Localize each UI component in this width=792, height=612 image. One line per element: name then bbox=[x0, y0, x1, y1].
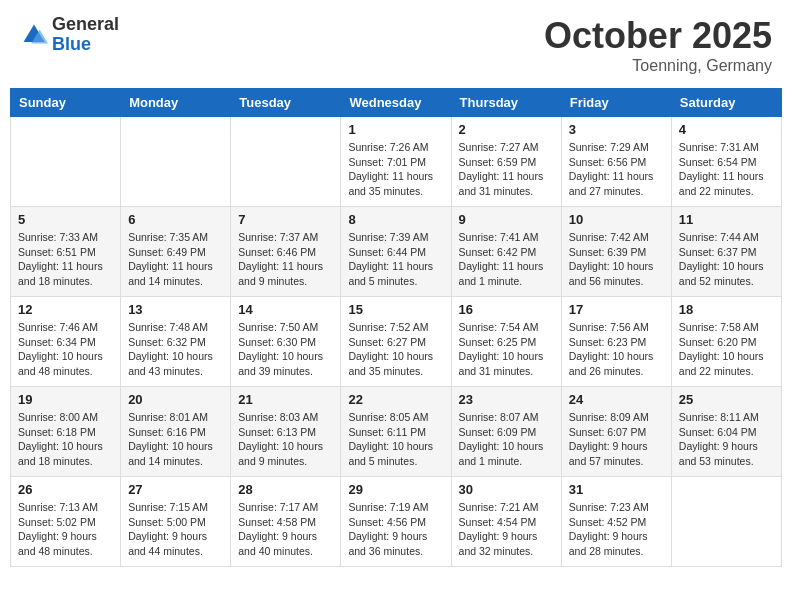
day-number: 30 bbox=[459, 482, 554, 497]
day-number: 3 bbox=[569, 122, 664, 137]
day-info: Sunrise: 7:35 AMSunset: 6:49 PMDaylight:… bbox=[128, 230, 223, 289]
calendar-cell: 10Sunrise: 7:42 AMSunset: 6:39 PMDayligh… bbox=[561, 207, 671, 297]
day-number: 18 bbox=[679, 302, 774, 317]
title-block: October 2025 Toenning, Germany bbox=[544, 15, 772, 75]
day-info: Sunrise: 7:23 AMSunset: 4:52 PMDaylight:… bbox=[569, 500, 664, 559]
calendar-cell: 5Sunrise: 7:33 AMSunset: 6:51 PMDaylight… bbox=[11, 207, 121, 297]
day-number: 24 bbox=[569, 392, 664, 407]
calendar-week-row: 19Sunrise: 8:00 AMSunset: 6:18 PMDayligh… bbox=[11, 387, 782, 477]
page-header: General Blue October 2025 Toenning, Germ… bbox=[10, 10, 782, 80]
day-info: Sunrise: 7:41 AMSunset: 6:42 PMDaylight:… bbox=[459, 230, 554, 289]
weekday-header: Thursday bbox=[451, 89, 561, 117]
weekday-header: Wednesday bbox=[341, 89, 451, 117]
calendar-cell: 1Sunrise: 7:26 AMSunset: 7:01 PMDaylight… bbox=[341, 117, 451, 207]
day-info: Sunrise: 7:56 AMSunset: 6:23 PMDaylight:… bbox=[569, 320, 664, 379]
day-info: Sunrise: 7:21 AMSunset: 4:54 PMDaylight:… bbox=[459, 500, 554, 559]
calendar-cell: 8Sunrise: 7:39 AMSunset: 6:44 PMDaylight… bbox=[341, 207, 451, 297]
day-info: Sunrise: 7:19 AMSunset: 4:56 PMDaylight:… bbox=[348, 500, 443, 559]
logo-text: General Blue bbox=[52, 15, 119, 55]
day-number: 11 bbox=[679, 212, 774, 227]
month-title: October 2025 bbox=[544, 15, 772, 57]
calendar-cell bbox=[671, 477, 781, 567]
day-number: 31 bbox=[569, 482, 664, 497]
calendar-cell: 11Sunrise: 7:44 AMSunset: 6:37 PMDayligh… bbox=[671, 207, 781, 297]
day-info: Sunrise: 7:52 AMSunset: 6:27 PMDaylight:… bbox=[348, 320, 443, 379]
calendar-cell: 31Sunrise: 7:23 AMSunset: 4:52 PMDayligh… bbox=[561, 477, 671, 567]
day-info: Sunrise: 7:33 AMSunset: 6:51 PMDaylight:… bbox=[18, 230, 113, 289]
calendar-cell: 25Sunrise: 8:11 AMSunset: 6:04 PMDayligh… bbox=[671, 387, 781, 477]
calendar-cell: 15Sunrise: 7:52 AMSunset: 6:27 PMDayligh… bbox=[341, 297, 451, 387]
weekday-header: Friday bbox=[561, 89, 671, 117]
day-number: 26 bbox=[18, 482, 113, 497]
day-number: 7 bbox=[238, 212, 333, 227]
day-number: 15 bbox=[348, 302, 443, 317]
calendar-week-row: 1Sunrise: 7:26 AMSunset: 7:01 PMDaylight… bbox=[11, 117, 782, 207]
day-number: 6 bbox=[128, 212, 223, 227]
day-number: 2 bbox=[459, 122, 554, 137]
weekday-header: Tuesday bbox=[231, 89, 341, 117]
calendar-cell: 14Sunrise: 7:50 AMSunset: 6:30 PMDayligh… bbox=[231, 297, 341, 387]
calendar-cell: 21Sunrise: 8:03 AMSunset: 6:13 PMDayligh… bbox=[231, 387, 341, 477]
calendar-cell: 2Sunrise: 7:27 AMSunset: 6:59 PMDaylight… bbox=[451, 117, 561, 207]
day-number: 12 bbox=[18, 302, 113, 317]
calendar-cell: 26Sunrise: 7:13 AMSunset: 5:02 PMDayligh… bbox=[11, 477, 121, 567]
day-number: 9 bbox=[459, 212, 554, 227]
calendar-cell bbox=[11, 117, 121, 207]
day-number: 5 bbox=[18, 212, 113, 227]
day-info: Sunrise: 7:13 AMSunset: 5:02 PMDaylight:… bbox=[18, 500, 113, 559]
calendar-cell: 6Sunrise: 7:35 AMSunset: 6:49 PMDaylight… bbox=[121, 207, 231, 297]
weekday-header-row: SundayMondayTuesdayWednesdayThursdayFrid… bbox=[11, 89, 782, 117]
day-info: Sunrise: 8:09 AMSunset: 6:07 PMDaylight:… bbox=[569, 410, 664, 469]
logo-blue: Blue bbox=[52, 35, 119, 55]
day-info: Sunrise: 7:37 AMSunset: 6:46 PMDaylight:… bbox=[238, 230, 333, 289]
day-number: 1 bbox=[348, 122, 443, 137]
calendar-cell: 29Sunrise: 7:19 AMSunset: 4:56 PMDayligh… bbox=[341, 477, 451, 567]
day-info: Sunrise: 7:44 AMSunset: 6:37 PMDaylight:… bbox=[679, 230, 774, 289]
day-number: 16 bbox=[459, 302, 554, 317]
day-info: Sunrise: 8:11 AMSunset: 6:04 PMDaylight:… bbox=[679, 410, 774, 469]
day-info: Sunrise: 7:29 AMSunset: 6:56 PMDaylight:… bbox=[569, 140, 664, 199]
calendar-cell: 28Sunrise: 7:17 AMSunset: 4:58 PMDayligh… bbox=[231, 477, 341, 567]
day-info: Sunrise: 7:58 AMSunset: 6:20 PMDaylight:… bbox=[679, 320, 774, 379]
day-number: 14 bbox=[238, 302, 333, 317]
calendar-cell: 18Sunrise: 7:58 AMSunset: 6:20 PMDayligh… bbox=[671, 297, 781, 387]
day-number: 4 bbox=[679, 122, 774, 137]
day-number: 19 bbox=[18, 392, 113, 407]
calendar-cell: 3Sunrise: 7:29 AMSunset: 6:56 PMDaylight… bbox=[561, 117, 671, 207]
calendar-week-row: 12Sunrise: 7:46 AMSunset: 6:34 PMDayligh… bbox=[11, 297, 782, 387]
logo-icon bbox=[20, 21, 48, 49]
day-number: 22 bbox=[348, 392, 443, 407]
day-info: Sunrise: 8:07 AMSunset: 6:09 PMDaylight:… bbox=[459, 410, 554, 469]
day-number: 17 bbox=[569, 302, 664, 317]
day-number: 25 bbox=[679, 392, 774, 407]
location: Toenning, Germany bbox=[544, 57, 772, 75]
day-info: Sunrise: 7:42 AMSunset: 6:39 PMDaylight:… bbox=[569, 230, 664, 289]
calendar-cell: 20Sunrise: 8:01 AMSunset: 6:16 PMDayligh… bbox=[121, 387, 231, 477]
day-number: 27 bbox=[128, 482, 223, 497]
day-number: 28 bbox=[238, 482, 333, 497]
day-info: Sunrise: 7:39 AMSunset: 6:44 PMDaylight:… bbox=[348, 230, 443, 289]
day-info: Sunrise: 7:54 AMSunset: 6:25 PMDaylight:… bbox=[459, 320, 554, 379]
day-info: Sunrise: 8:00 AMSunset: 6:18 PMDaylight:… bbox=[18, 410, 113, 469]
day-info: Sunrise: 8:01 AMSunset: 6:16 PMDaylight:… bbox=[128, 410, 223, 469]
calendar-week-row: 5Sunrise: 7:33 AMSunset: 6:51 PMDaylight… bbox=[11, 207, 782, 297]
day-info: Sunrise: 7:26 AMSunset: 7:01 PMDaylight:… bbox=[348, 140, 443, 199]
logo: General Blue bbox=[20, 15, 119, 55]
weekday-header: Monday bbox=[121, 89, 231, 117]
calendar-cell: 30Sunrise: 7:21 AMSunset: 4:54 PMDayligh… bbox=[451, 477, 561, 567]
day-info: Sunrise: 7:27 AMSunset: 6:59 PMDaylight:… bbox=[459, 140, 554, 199]
day-info: Sunrise: 8:03 AMSunset: 6:13 PMDaylight:… bbox=[238, 410, 333, 469]
day-info: Sunrise: 7:48 AMSunset: 6:32 PMDaylight:… bbox=[128, 320, 223, 379]
day-info: Sunrise: 7:46 AMSunset: 6:34 PMDaylight:… bbox=[18, 320, 113, 379]
day-info: Sunrise: 8:05 AMSunset: 6:11 PMDaylight:… bbox=[348, 410, 443, 469]
logo-general: General bbox=[52, 15, 119, 35]
calendar-cell: 24Sunrise: 8:09 AMSunset: 6:07 PMDayligh… bbox=[561, 387, 671, 477]
day-info: Sunrise: 7:17 AMSunset: 4:58 PMDaylight:… bbox=[238, 500, 333, 559]
calendar-cell bbox=[231, 117, 341, 207]
calendar-cell: 27Sunrise: 7:15 AMSunset: 5:00 PMDayligh… bbox=[121, 477, 231, 567]
calendar-cell: 7Sunrise: 7:37 AMSunset: 6:46 PMDaylight… bbox=[231, 207, 341, 297]
day-number: 23 bbox=[459, 392, 554, 407]
calendar-table: SundayMondayTuesdayWednesdayThursdayFrid… bbox=[10, 88, 782, 567]
day-number: 21 bbox=[238, 392, 333, 407]
calendar-cell: 23Sunrise: 8:07 AMSunset: 6:09 PMDayligh… bbox=[451, 387, 561, 477]
